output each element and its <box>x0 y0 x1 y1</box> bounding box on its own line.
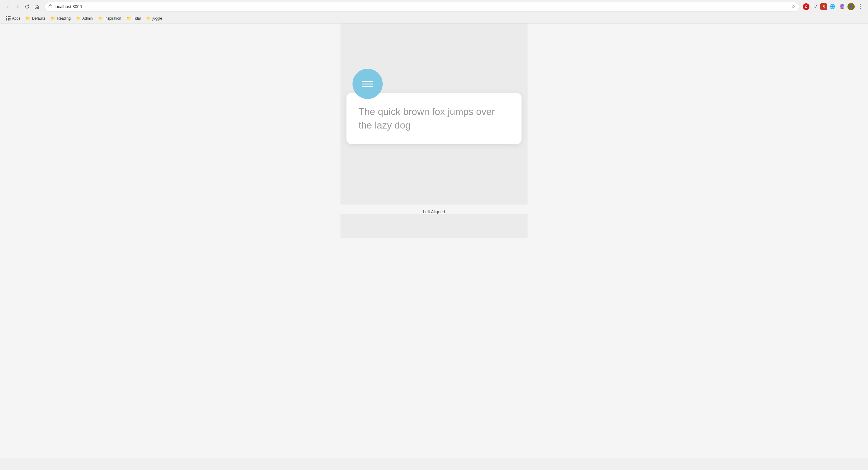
forward-button[interactable] <box>13 2 22 11</box>
hamburger-line-3 <box>362 86 373 87</box>
profile-avatar[interactable]: 👤 <box>847 3 855 10</box>
bookmark-juggle-label: juggle <box>152 16 162 21</box>
nav-icons-right: O 🛡 R 🌐 🔮 👤 ⋮ <box>803 2 864 11</box>
bookmark-reading[interactable]: 📁 Reading <box>48 15 73 22</box>
bookmarks-bar: Apps 📁 Defaults 📁 Reading 📁 Admin 📁 Insp… <box>0 13 868 24</box>
bookmark-tidal[interactable]: 📁 Tidal <box>124 15 143 22</box>
hamburger-line-1 <box>362 81 373 82</box>
bookmark-juggle[interactable]: 📁 juggle <box>144 15 164 22</box>
card-wrapper: The quick brown fox jumps over the lazy … <box>346 84 522 144</box>
bookmark-tidal-label: Tidal <box>133 16 141 21</box>
bookmark-apps-label: Apps <box>12 16 20 21</box>
bookmark-defaults[interactable]: 📁 Defaults <box>23 15 48 22</box>
back-button[interactable] <box>4 2 12 11</box>
page-content: The quick brown fox jumps over the lazy … <box>0 24 868 458</box>
hamburger-icon <box>362 81 373 87</box>
svg-rect-0 <box>49 6 52 8</box>
folder-icon-2: 📁 <box>51 16 56 21</box>
shield-icon[interactable]: 🛡 <box>811 2 819 11</box>
bookmark-apps[interactable]: Apps <box>4 15 23 22</box>
star-icon[interactable]: ☆ <box>791 4 795 9</box>
bookmark-reading-label: Reading <box>57 16 71 21</box>
folder-icon-6: 📁 <box>146 16 151 21</box>
extension-red-icon[interactable]: R <box>820 3 827 10</box>
address-bar[interactable]: localhost:3000 ☆ <box>45 2 799 11</box>
globe-icon[interactable]: 🌐 <box>828 2 837 11</box>
bookmark-defaults-label: Defaults <box>32 16 45 21</box>
menu-button[interactable]: ⋮ <box>856 2 864 11</box>
folder-icon: 📁 <box>26 16 30 21</box>
home-button[interactable] <box>33 2 41 11</box>
demo-section-2 <box>340 214 528 238</box>
refresh-button[interactable] <box>23 2 31 11</box>
bookmark-inspiration-label: Inspiration <box>104 16 121 21</box>
nav-bar: localhost:3000 ☆ O 🛡 R 🌐 🔮 👤 ⋮ <box>0 0 868 13</box>
bookmark-admin-label: Admin <box>83 16 93 21</box>
purple-ext-icon[interactable]: 🔮 <box>838 2 846 11</box>
hamburger-line-2 <box>362 84 373 85</box>
text-card: The quick brown fox jumps over the lazy … <box>346 93 522 144</box>
folder-icon-4: 📁 <box>98 16 103 21</box>
opera-icon[interactable]: O <box>803 3 809 10</box>
demo-section: The quick brown fox jumps over the lazy … <box>340 24 528 205</box>
browser-chrome: localhost:3000 ☆ O 🛡 R 🌐 🔮 👤 ⋮ <box>0 0 868 24</box>
bookmark-admin[interactable]: 📁 Admin <box>74 15 95 22</box>
card-text: The quick brown fox jumps over the lazy … <box>359 105 509 132</box>
section-label: Left Aligned <box>423 209 445 214</box>
security-icon <box>49 4 52 9</box>
folder-icon-5: 📁 <box>126 16 131 21</box>
apps-grid-icon <box>6 16 10 21</box>
folder-icon-3: 📁 <box>76 16 81 21</box>
url-input[interactable]: localhost:3000 <box>55 4 789 9</box>
bookmark-inspiration[interactable]: 📁 Inspiration <box>96 15 123 22</box>
menu-icon-circle <box>352 69 383 99</box>
